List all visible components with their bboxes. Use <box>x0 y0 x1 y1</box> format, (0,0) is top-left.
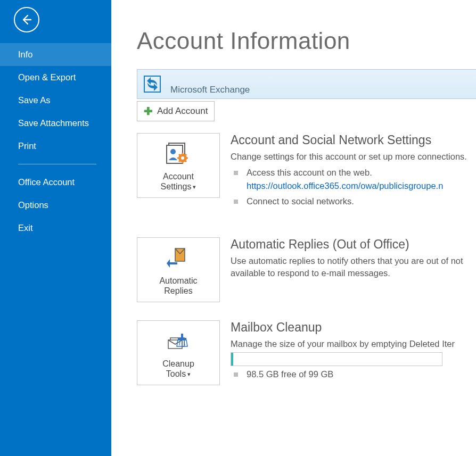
nav-item-info[interactable]: Info <box>0 43 111 66</box>
account-settings-label-2: Settings <box>161 182 192 191</box>
nav-separator <box>18 164 96 164</box>
cleanup-tools-label-1: Cleanup <box>162 359 194 368</box>
automatic-replies-button[interactable]: Automatic Replies <box>137 237 220 302</box>
account-settings-icon <box>166 139 191 168</box>
mailbox-size-used <box>231 353 233 366</box>
page-title: Account Information <box>137 28 476 54</box>
owa-link[interactable]: https://outlook.office365.com/owa/public… <box>247 181 476 191</box>
automatic-replies-label-2: Replies <box>164 286 192 295</box>
mailbox-size-text: 98.5 GB free of 99 GB <box>231 366 476 379</box>
exchange-icon <box>143 74 162 94</box>
automatic-replies-label-1: Automatic <box>159 276 197 285</box>
nav-item-save-as[interactable]: Save As <box>0 89 111 112</box>
account-settings-button[interactable]: Account Settings▾ <box>137 133 220 198</box>
mailbox-size-bar <box>231 352 442 366</box>
cleanup-desc: Manage the size of your mailbox by empty… <box>231 338 476 350</box>
svg-point-6 <box>181 156 184 160</box>
automatic-replies-title: Automatic Replies (Out of Office) <box>231 237 476 252</box>
nav-item-print[interactable]: Print <box>0 135 111 157</box>
bullet-access-web: Access this account on the web. <box>231 165 476 180</box>
automatic-replies-desc: Use automatic replies to notify others t… <box>231 255 476 279</box>
main-panel: Account Information Microsoft Exchange ✚… <box>111 0 476 456</box>
cleanup-tools-icon <box>165 327 192 355</box>
cleanup-tools-button[interactable]: Cleanup Tools▾ <box>137 320 220 385</box>
svg-line-13 <box>185 154 187 156</box>
account-settings-desc: Change settings for this account or set … <box>231 151 476 162</box>
nav-item-save-attachments[interactable]: Save Attachments <box>0 112 111 135</box>
account-selector[interactable]: Microsoft Exchange <box>137 69 476 99</box>
arrow-left-icon <box>20 13 33 26</box>
nav-item-options[interactable]: Options <box>0 194 111 217</box>
chevron-down-icon: ▾ <box>193 184 196 190</box>
bullet-social-networks: Connect to social networks. <box>231 194 476 209</box>
file-sidebar: Info Open & Export Save As Save Attachme… <box>0 0 111 456</box>
cleanup-tools-label-2: Tools <box>166 369 186 378</box>
chevron-down-icon: ▾ <box>187 371 191 377</box>
add-account-button[interactable]: ✚ Add Account <box>137 101 215 121</box>
svg-rect-1 <box>144 76 160 92</box>
back-button[interactable] <box>14 7 39 32</box>
svg-line-11 <box>179 154 180 156</box>
account-type-label: Microsoft Exchange <box>170 85 250 95</box>
nav-item-office-account[interactable]: Office Account <box>0 171 111 194</box>
plus-icon: ✚ <box>144 105 153 118</box>
automatic-replies-icon <box>167 244 190 272</box>
cleanup-title: Mailbox Cleanup <box>231 320 476 335</box>
account-settings-title: Account and Social Network Settings <box>231 133 476 147</box>
svg-point-4 <box>170 149 176 154</box>
account-settings-label-1: Account <box>163 172 194 181</box>
nav-item-exit[interactable]: Exit <box>0 217 111 239</box>
nav-item-open-export[interactable]: Open & Export <box>0 66 111 89</box>
svg-line-12 <box>185 160 187 162</box>
add-account-label: Add Account <box>157 106 208 117</box>
svg-line-14 <box>179 160 180 162</box>
